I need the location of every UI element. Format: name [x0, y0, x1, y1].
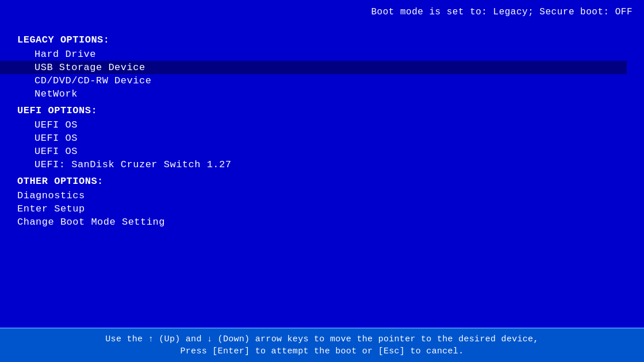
footer-line2: Press [Enter] to attempt the boot or [Es… [12, 346, 632, 356]
main-content: LEGACY OPTIONS: Hard Drive USB Storage D… [0, 24, 644, 234]
menu-item-change-boot-mode[interactable]: Change Boot Mode Setting [17, 215, 627, 229]
menu-item-usb-storage[interactable]: USB Storage Device [0, 61, 627, 74]
other-options-header: OTHER OPTIONS: [17, 176, 627, 187]
menu-item-uefi-os-2[interactable]: UEFI OS [17, 132, 627, 145]
menu-item-cddvd[interactable]: CD/DVD/CD-RW Device [17, 74, 627, 87]
menu-item-uefi-os-1[interactable]: UEFI OS [17, 118, 627, 132]
menu-item-uefi-os-3[interactable]: UEFI OS [17, 145, 627, 158]
footer-bar: Use the ↑ (Up) and ↓ (Down) arrow keys t… [0, 328, 644, 362]
menu-item-hard-drive[interactable]: Hard Drive [17, 48, 627, 61]
uefi-options-header: UEFI OPTIONS: [17, 105, 627, 116]
boot-status-text: Boot mode is set to: Legacy; Secure boot… [371, 7, 632, 17]
bios-screen: Boot mode is set to: Legacy; Secure boot… [0, 0, 644, 362]
menu-item-enter-setup[interactable]: Enter Setup [17, 202, 627, 215]
status-bar: Boot mode is set to: Legacy; Secure boot… [0, 0, 644, 24]
menu-item-diagnostics[interactable]: Diagnostics [17, 189, 627, 202]
menu-item-network[interactable]: NetWork [17, 87, 627, 101]
legacy-options-header: LEGACY OPTIONS: [17, 34, 627, 45]
footer-line1: Use the ↑ (Up) and ↓ (Down) arrow keys t… [12, 334, 632, 344]
menu-item-uefi-sandisk[interactable]: UEFI: SanDisk Cruzer Switch 1.27 [17, 158, 627, 171]
